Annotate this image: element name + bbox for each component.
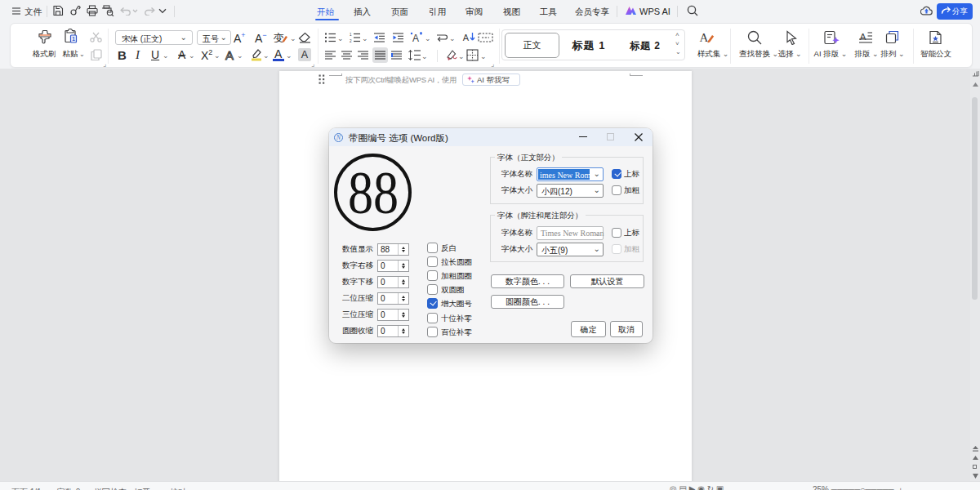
svg-text:A: A — [412, 33, 419, 43]
svg-text:A: A — [860, 32, 866, 42]
svg-text:A: A — [700, 31, 709, 44]
svg-text:A: A — [463, 33, 470, 42]
svg-text:1: 1 — [72, 36, 75, 42]
svg-text:2: 2 — [350, 39, 352, 42]
svg-text:1: 1 — [350, 33, 352, 37]
